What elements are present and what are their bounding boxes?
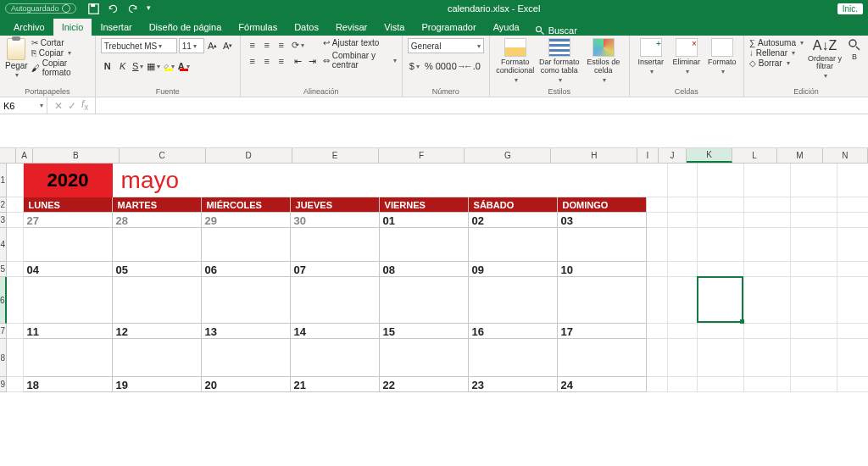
cell-J5[interactable]: [668, 262, 698, 277]
cell-K6[interactable]: [698, 277, 744, 324]
tab-datos[interactable]: Datos: [286, 19, 327, 36]
cell-K8[interactable]: [698, 339, 744, 377]
cell-G6[interactable]: [469, 277, 558, 324]
fill-color-button[interactable]: ▾: [162, 59, 175, 73]
cell-G9[interactable]: 23: [469, 377, 558, 392]
cell-E4[interactable]: [291, 228, 380, 262]
cell-I9[interactable]: [647, 377, 668, 392]
cell-B1[interactable]: 2020: [24, 164, 113, 197]
row-header-3[interactable]: 3: [0, 213, 7, 228]
cell-G8[interactable]: [469, 339, 558, 377]
cell-I3[interactable]: [647, 213, 668, 228]
cell-C9[interactable]: 19: [113, 377, 202, 392]
cell-E5[interactable]: 07: [291, 262, 380, 277]
col-header-D[interactable]: D: [206, 148, 292, 163]
tab-vista[interactable]: Vista: [376, 19, 413, 36]
font-size-combo[interactable]: 11▾: [179, 38, 204, 53]
cell-N4[interactable]: [837, 228, 868, 262]
cell-B9[interactable]: 18: [24, 377, 113, 392]
cell-L1[interactable]: [744, 164, 791, 197]
cell-M5[interactable]: [791, 262, 837, 277]
cell-N9[interactable]: [837, 377, 868, 392]
save-icon[interactable]: [88, 3, 99, 14]
cell-F7[interactable]: 15: [380, 324, 469, 339]
cell-J9[interactable]: [668, 377, 698, 392]
cell-H9[interactable]: 24: [558, 377, 647, 392]
row-header-4[interactable]: 4: [0, 228, 7, 262]
cell-L3[interactable]: [744, 213, 791, 228]
cell-D1[interactable]: [202, 164, 291, 197]
currency-button[interactable]: $▾: [408, 59, 421, 73]
row-header-2[interactable]: 2: [0, 197, 7, 213]
row-header-7[interactable]: 7: [0, 324, 7, 339]
cell-D7[interactable]: 13: [202, 324, 291, 339]
wrap-text-button[interactable]: ↩Ajustar texto: [323, 38, 397, 47]
undo-icon[interactable]: [108, 3, 119, 14]
cell-M4[interactable]: [791, 228, 837, 262]
redo-icon[interactable]: [127, 3, 138, 14]
cell-D6[interactable]: [202, 277, 291, 324]
cell-M8[interactable]: [791, 339, 837, 377]
cell-E7[interactable]: 14: [291, 324, 380, 339]
cell-A5[interactable]: [7, 262, 24, 277]
cell-J2[interactable]: [668, 197, 698, 213]
cell-I2[interactable]: [647, 197, 668, 213]
cell-H2[interactable]: DOMINGO: [558, 197, 647, 213]
row-header-8[interactable]: 8: [0, 339, 7, 377]
cell-E2[interactable]: JUEVES: [291, 197, 380, 213]
cell-L7[interactable]: [744, 324, 791, 339]
cell-E9[interactable]: 21: [291, 377, 380, 392]
cell-J1[interactable]: [668, 164, 698, 197]
col-header-H[interactable]: H: [551, 148, 637, 163]
insert-cells-button[interactable]: + Insertar▾: [635, 38, 667, 76]
font-color-button[interactable]: A▾: [177, 59, 191, 73]
row-header-9[interactable]: 9: [0, 377, 7, 392]
cell-K7[interactable]: [698, 324, 744, 339]
paste-button[interactable]: Pegar ▾: [5, 38, 28, 79]
cell-A9[interactable]: [7, 377, 24, 392]
cell-B2[interactable]: LUNES: [24, 197, 113, 213]
cell-J7[interactable]: [668, 324, 698, 339]
percent-button[interactable]: %: [422, 59, 436, 73]
cell-F5[interactable]: 08: [380, 262, 469, 277]
cell-A1[interactable]: [7, 164, 24, 197]
cell-N3[interactable]: [837, 213, 868, 228]
cell-E8[interactable]: [291, 339, 380, 377]
tab-programador[interactable]: Programador: [413, 19, 484, 36]
select-all-corner[interactable]: [0, 148, 16, 163]
increase-decimal-button[interactable]: .0→: [451, 59, 465, 73]
cell-B8[interactable]: [24, 339, 113, 377]
find-select-button[interactable]: B: [846, 38, 863, 62]
copy-button[interactable]: ⎘Copiar▾: [31, 48, 90, 58]
cell-styles-button[interactable]: Estilos de celda▾: [583, 38, 624, 85]
cell-B3[interactable]: 27: [24, 213, 113, 228]
clear-button[interactable]: ◇Borrar▾: [749, 58, 804, 68]
cell-A8[interactable]: [7, 339, 24, 377]
cut-button[interactable]: ✂Cortar: [31, 38, 90, 47]
cell-K2[interactable]: [698, 197, 744, 213]
cell-K1[interactable]: [698, 164, 744, 197]
cell-L9[interactable]: [744, 377, 791, 392]
cell-D2[interactable]: MIÉRCOLES: [202, 197, 291, 213]
tab-revisar[interactable]: Revisar: [327, 19, 376, 36]
cell-G5[interactable]: 09: [469, 262, 558, 277]
decrease-indent-button[interactable]: ⇤: [292, 54, 305, 68]
col-header-E[interactable]: E: [292, 148, 379, 163]
cell-A6[interactable]: [7, 277, 24, 324]
row-headers[interactable]: 123456789: [0, 164, 7, 392]
tab-inicio[interactable]: Inicio: [53, 19, 92, 36]
cell-D9[interactable]: 20: [202, 377, 291, 392]
signin-button[interactable]: Inic.: [837, 3, 863, 14]
cell-F8[interactable]: [380, 339, 469, 377]
decrease-decimal-button[interactable]: ←.0: [465, 59, 479, 73]
cell-K3[interactable]: [698, 213, 744, 228]
format-cells-button[interactable]: Formato▾: [706, 38, 738, 76]
cancel-formula-icon[interactable]: ✕: [54, 100, 63, 112]
format-as-table-button[interactable]: Dar formato como tabla▾: [539, 38, 580, 85]
name-box[interactable]: K6▾: [0, 97, 47, 114]
col-header-M[interactable]: M: [777, 148, 822, 163]
cell-H7[interactable]: 17: [558, 324, 647, 339]
cell-B4[interactable]: [24, 228, 113, 262]
tab-formulas[interactable]: Fórmulas: [230, 19, 286, 36]
cell-L6[interactable]: [744, 277, 791, 324]
